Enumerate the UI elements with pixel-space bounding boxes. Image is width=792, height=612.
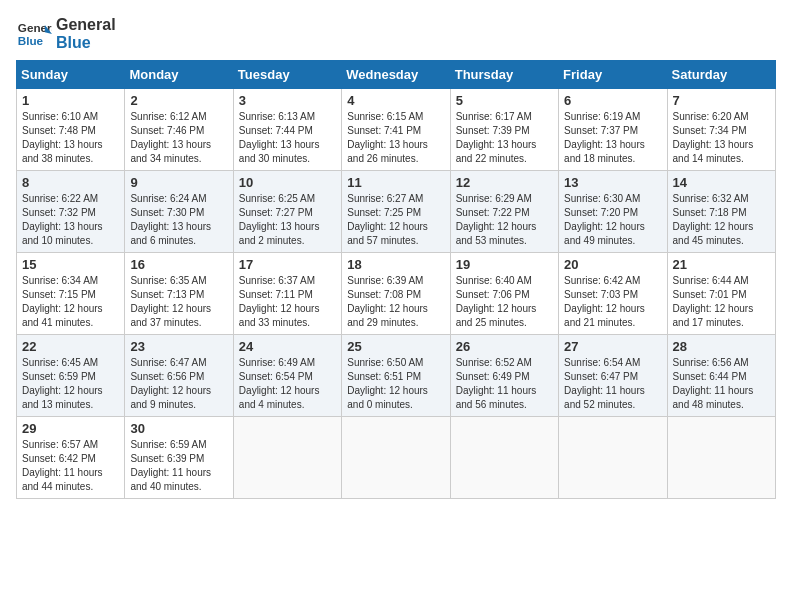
day-number: 28	[673, 339, 770, 354]
day-cell-18: 18Sunrise: 6:39 AM Sunset: 7:08 PM Dayli…	[342, 253, 450, 335]
day-cell-14: 14Sunrise: 6:32 AM Sunset: 7:18 PM Dayli…	[667, 171, 775, 253]
day-cell-11: 11Sunrise: 6:27 AM Sunset: 7:25 PM Dayli…	[342, 171, 450, 253]
day-cell-5: 5Sunrise: 6:17 AM Sunset: 7:39 PM Daylig…	[450, 89, 558, 171]
day-cell-6: 6Sunrise: 6:19 AM Sunset: 7:37 PM Daylig…	[559, 89, 667, 171]
calendar-table: SundayMondayTuesdayWednesdayThursdayFrid…	[16, 60, 776, 499]
day-number: 2	[130, 93, 227, 108]
day-cell-27: 27Sunrise: 6:54 AM Sunset: 6:47 PM Dayli…	[559, 335, 667, 417]
day-cell-26: 26Sunrise: 6:52 AM Sunset: 6:49 PM Dayli…	[450, 335, 558, 417]
weekday-header-thursday: Thursday	[450, 61, 558, 89]
day-number: 8	[22, 175, 119, 190]
day-info: Sunrise: 6:52 AM Sunset: 6:49 PM Dayligh…	[456, 356, 553, 412]
weekday-header-monday: Monday	[125, 61, 233, 89]
day-number: 27	[564, 339, 661, 354]
day-number: 12	[456, 175, 553, 190]
day-info: Sunrise: 6:34 AM Sunset: 7:15 PM Dayligh…	[22, 274, 119, 330]
day-cell-13: 13Sunrise: 6:30 AM Sunset: 7:20 PM Dayli…	[559, 171, 667, 253]
day-cell-30: 30Sunrise: 6:59 AM Sunset: 6:39 PM Dayli…	[125, 417, 233, 499]
empty-cell	[667, 417, 775, 499]
day-info: Sunrise: 6:45 AM Sunset: 6:59 PM Dayligh…	[22, 356, 119, 412]
day-number: 10	[239, 175, 336, 190]
empty-cell	[233, 417, 341, 499]
day-number: 16	[130, 257, 227, 272]
day-info: Sunrise: 6:37 AM Sunset: 7:11 PM Dayligh…	[239, 274, 336, 330]
page-header: General Blue General Blue	[16, 16, 776, 52]
empty-cell	[450, 417, 558, 499]
day-info: Sunrise: 6:32 AM Sunset: 7:18 PM Dayligh…	[673, 192, 770, 248]
day-info: Sunrise: 6:22 AM Sunset: 7:32 PM Dayligh…	[22, 192, 119, 248]
day-info: Sunrise: 6:39 AM Sunset: 7:08 PM Dayligh…	[347, 274, 444, 330]
day-info: Sunrise: 6:49 AM Sunset: 6:54 PM Dayligh…	[239, 356, 336, 412]
day-cell-24: 24Sunrise: 6:49 AM Sunset: 6:54 PM Dayli…	[233, 335, 341, 417]
day-number: 19	[456, 257, 553, 272]
weekday-header-wednesday: Wednesday	[342, 61, 450, 89]
day-info: Sunrise: 6:40 AM Sunset: 7:06 PM Dayligh…	[456, 274, 553, 330]
day-number: 9	[130, 175, 227, 190]
day-number: 30	[130, 421, 227, 436]
day-info: Sunrise: 6:35 AM Sunset: 7:13 PM Dayligh…	[130, 274, 227, 330]
day-info: Sunrise: 6:57 AM Sunset: 6:42 PM Dayligh…	[22, 438, 119, 494]
day-number: 6	[564, 93, 661, 108]
day-info: Sunrise: 6:19 AM Sunset: 7:37 PM Dayligh…	[564, 110, 661, 166]
day-number: 3	[239, 93, 336, 108]
day-number: 1	[22, 93, 119, 108]
day-cell-19: 19Sunrise: 6:40 AM Sunset: 7:06 PM Dayli…	[450, 253, 558, 335]
day-info: Sunrise: 6:29 AM Sunset: 7:22 PM Dayligh…	[456, 192, 553, 248]
day-info: Sunrise: 6:56 AM Sunset: 6:44 PM Dayligh…	[673, 356, 770, 412]
day-number: 13	[564, 175, 661, 190]
day-cell-20: 20Sunrise: 6:42 AM Sunset: 7:03 PM Dayli…	[559, 253, 667, 335]
day-info: Sunrise: 6:15 AM Sunset: 7:41 PM Dayligh…	[347, 110, 444, 166]
day-number: 22	[22, 339, 119, 354]
day-cell-12: 12Sunrise: 6:29 AM Sunset: 7:22 PM Dayli…	[450, 171, 558, 253]
day-info: Sunrise: 6:17 AM Sunset: 7:39 PM Dayligh…	[456, 110, 553, 166]
day-info: Sunrise: 6:27 AM Sunset: 7:25 PM Dayligh…	[347, 192, 444, 248]
day-cell-16: 16Sunrise: 6:35 AM Sunset: 7:13 PM Dayli…	[125, 253, 233, 335]
weekday-header-sunday: Sunday	[17, 61, 125, 89]
day-number: 17	[239, 257, 336, 272]
day-number: 21	[673, 257, 770, 272]
day-info: Sunrise: 6:59 AM Sunset: 6:39 PM Dayligh…	[130, 438, 227, 494]
empty-cell	[559, 417, 667, 499]
day-cell-1: 1Sunrise: 6:10 AM Sunset: 7:48 PM Daylig…	[17, 89, 125, 171]
day-number: 23	[130, 339, 227, 354]
day-cell-2: 2Sunrise: 6:12 AM Sunset: 7:46 PM Daylig…	[125, 89, 233, 171]
day-number: 4	[347, 93, 444, 108]
day-cell-29: 29Sunrise: 6:57 AM Sunset: 6:42 PM Dayli…	[17, 417, 125, 499]
day-number: 20	[564, 257, 661, 272]
day-cell-8: 8Sunrise: 6:22 AM Sunset: 7:32 PM Daylig…	[17, 171, 125, 253]
day-cell-4: 4Sunrise: 6:15 AM Sunset: 7:41 PM Daylig…	[342, 89, 450, 171]
day-cell-17: 17Sunrise: 6:37 AM Sunset: 7:11 PM Dayli…	[233, 253, 341, 335]
weekday-header-saturday: Saturday	[667, 61, 775, 89]
day-cell-23: 23Sunrise: 6:47 AM Sunset: 6:56 PM Dayli…	[125, 335, 233, 417]
weekday-header-tuesday: Tuesday	[233, 61, 341, 89]
day-number: 7	[673, 93, 770, 108]
logo-general: General	[56, 16, 116, 34]
day-info: Sunrise: 6:42 AM Sunset: 7:03 PM Dayligh…	[564, 274, 661, 330]
day-info: Sunrise: 6:30 AM Sunset: 7:20 PM Dayligh…	[564, 192, 661, 248]
day-info: Sunrise: 6:25 AM Sunset: 7:27 PM Dayligh…	[239, 192, 336, 248]
day-info: Sunrise: 6:10 AM Sunset: 7:48 PM Dayligh…	[22, 110, 119, 166]
day-cell-3: 3Sunrise: 6:13 AM Sunset: 7:44 PM Daylig…	[233, 89, 341, 171]
day-info: Sunrise: 6:44 AM Sunset: 7:01 PM Dayligh…	[673, 274, 770, 330]
day-number: 25	[347, 339, 444, 354]
day-cell-7: 7Sunrise: 6:20 AM Sunset: 7:34 PM Daylig…	[667, 89, 775, 171]
day-number: 15	[22, 257, 119, 272]
logo-icon: General Blue	[16, 16, 52, 52]
day-number: 26	[456, 339, 553, 354]
empty-cell	[342, 417, 450, 499]
day-info: Sunrise: 6:12 AM Sunset: 7:46 PM Dayligh…	[130, 110, 227, 166]
day-cell-21: 21Sunrise: 6:44 AM Sunset: 7:01 PM Dayli…	[667, 253, 775, 335]
day-cell-25: 25Sunrise: 6:50 AM Sunset: 6:51 PM Dayli…	[342, 335, 450, 417]
day-info: Sunrise: 6:24 AM Sunset: 7:30 PM Dayligh…	[130, 192, 227, 248]
day-number: 11	[347, 175, 444, 190]
day-info: Sunrise: 6:50 AM Sunset: 6:51 PM Dayligh…	[347, 356, 444, 412]
weekday-header-friday: Friday	[559, 61, 667, 89]
logo-blue: Blue	[56, 34, 116, 52]
svg-text:Blue: Blue	[18, 34, 44, 47]
day-number: 14	[673, 175, 770, 190]
day-cell-28: 28Sunrise: 6:56 AM Sunset: 6:44 PM Dayli…	[667, 335, 775, 417]
day-info: Sunrise: 6:54 AM Sunset: 6:47 PM Dayligh…	[564, 356, 661, 412]
day-info: Sunrise: 6:13 AM Sunset: 7:44 PM Dayligh…	[239, 110, 336, 166]
day-cell-9: 9Sunrise: 6:24 AM Sunset: 7:30 PM Daylig…	[125, 171, 233, 253]
day-info: Sunrise: 6:20 AM Sunset: 7:34 PM Dayligh…	[673, 110, 770, 166]
